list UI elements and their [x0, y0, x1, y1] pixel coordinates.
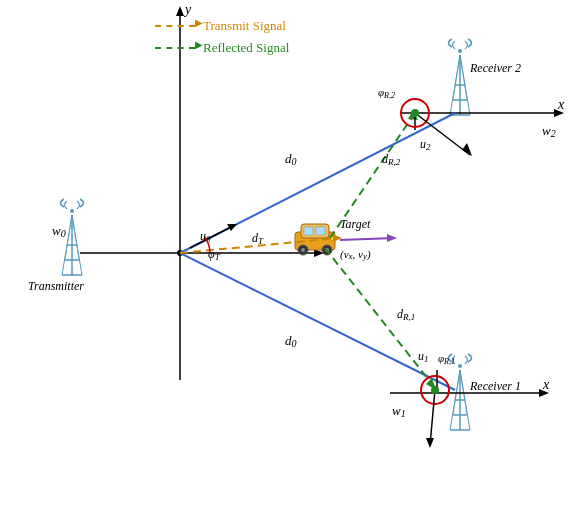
svg-line-49: [190, 225, 235, 248]
svg-marker-60: [387, 234, 397, 242]
svg-rect-41: [316, 227, 325, 235]
receiver1-label: Receiver 1: [469, 379, 521, 393]
svg-line-63: [430, 390, 435, 445]
d0-upper-label: d0: [285, 151, 297, 167]
svg-line-11: [65, 215, 72, 260]
svg-point-13: [70, 209, 74, 213]
transmit-legend-label: Transmit Signal: [203, 18, 286, 34]
legend: Transmit Signal Reflected Signal: [155, 18, 289, 56]
svg-marker-62: [462, 143, 472, 156]
svg-point-22: [458, 49, 462, 53]
y-axis-label: y: [183, 2, 192, 17]
reflect-line-icon: [155, 47, 195, 49]
transmitter-label: Transmitter: [28, 279, 84, 293]
dR2-label: dR,2: [382, 152, 401, 167]
x-axis-r2: x: [557, 97, 565, 112]
receiver2-label: Receiver 2: [469, 61, 521, 75]
dT-label: dT: [252, 231, 264, 246]
u1-label: u1: [418, 349, 429, 364]
dR1-label: dR,1: [397, 307, 415, 322]
svg-marker-1: [176, 6, 184, 16]
svg-line-20: [453, 55, 460, 100]
svg-line-12: [72, 215, 79, 260]
diagram-container: y x Transmitter w0: [0, 0, 586, 506]
w0-label: w0: [52, 223, 66, 239]
svg-rect-40: [304, 227, 313, 235]
reflect-legend-label: Reflected Signal: [203, 40, 289, 56]
phiR2-label: φR,2: [378, 86, 395, 100]
transmit-line-icon: [155, 25, 195, 27]
w2-label: w2: [542, 123, 556, 139]
receiver2-icon: [449, 39, 472, 115]
vxvy-label: (vx, vy): [340, 248, 371, 261]
svg-point-66: [431, 386, 439, 394]
phiR1-label: φR,1: [438, 352, 455, 366]
svg-line-59: [340, 238, 395, 240]
svg-point-33: [458, 364, 462, 368]
svg-point-65: [411, 109, 419, 117]
u0-label: u0: [200, 229, 211, 244]
u2-label: u2: [420, 137, 431, 152]
w1-label: w1: [392, 403, 406, 419]
svg-line-53: [325, 248, 435, 388]
legend-reflect: Reflected Signal: [155, 40, 289, 56]
svg-marker-64: [426, 438, 434, 448]
svg-point-44: [301, 248, 305, 252]
d0-lower-label: d0: [285, 333, 297, 349]
x-axis-r1: x: [542, 377, 550, 392]
target-label: Target: [340, 217, 371, 231]
phiT-label: φT: [208, 247, 221, 262]
legend-transmit: Transmit Signal: [155, 18, 289, 34]
svg-line-21: [460, 55, 467, 100]
